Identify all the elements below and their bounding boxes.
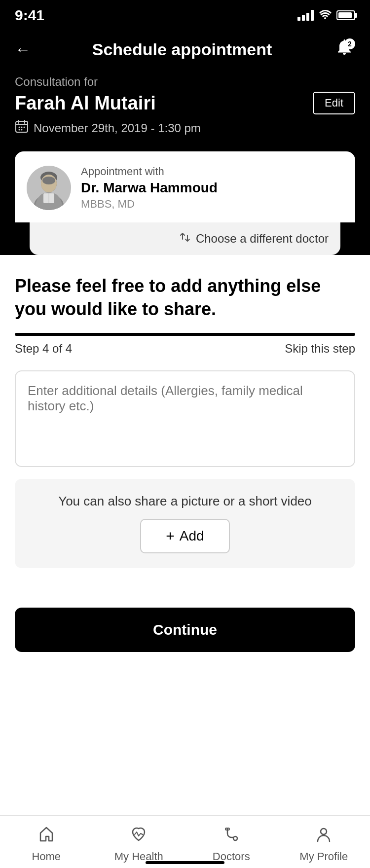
choose-different-label: Choose a different doctor [196, 232, 329, 246]
doctor-info: Appointment with Dr. Marwa Hammoud MBBS,… [81, 165, 343, 211]
appointment-date-text: November 29th, 2019 - 1:30 pm [34, 121, 201, 135]
consultation-date: November 29th, 2019 - 1:30 pm [15, 119, 355, 137]
nav-item-home[interactable]: Home [0, 826, 93, 863]
status-bar: 9:41 [0, 0, 370, 29]
media-upload-text: You can also share a picture or a short … [58, 494, 312, 509]
doctor-credentials: MBBS, MD [81, 198, 343, 211]
nav-item-myprofile[interactable]: My Profile [278, 826, 370, 863]
svg-point-17 [233, 836, 237, 840]
page-title: Schedule appointment [31, 40, 333, 59]
add-media-button[interactable]: + Add [140, 519, 229, 553]
svg-point-7 [19, 129, 20, 131]
step-row: Step 4 of 4 Skip this step [15, 342, 355, 356]
continue-button[interactable]: Continue [15, 608, 355, 652]
stethoscope-icon [222, 826, 240, 846]
svg-point-5 [21, 127, 23, 128]
status-time: 9:41 [15, 7, 44, 24]
heart-pulse-icon [130, 826, 148, 846]
header: ← Schedule appointment 2 [0, 29, 370, 75]
step-label: Step 4 of 4 [15, 342, 72, 356]
nav-label-myprofile: My Profile [299, 850, 348, 863]
doctor-card-wrapper: Appointment with Dr. Marwa Hammoud MBBS,… [0, 151, 370, 255]
details-textarea[interactable] [28, 383, 342, 452]
home-indicator [146, 861, 224, 864]
calendar-icon [15, 119, 29, 137]
back-button[interactable]: ← [15, 40, 31, 59]
progress-bar [15, 333, 355, 336]
notification-button[interactable]: 2 [333, 38, 355, 60]
main-content: Please feel free to add anything else yo… [0, 255, 370, 608]
patient-name: Farah Al Mutairi [15, 93, 156, 114]
doctor-name: Dr. Marwa Hammoud [81, 180, 343, 196]
doctor-card: Appointment with Dr. Marwa Hammoud MBBS,… [15, 151, 355, 222]
nav-item-doctors[interactable]: Doctors [185, 826, 278, 863]
svg-point-6 [24, 127, 25, 128]
signal-icon [297, 10, 314, 21]
media-upload-section: You can also share a picture or a short … [15, 479, 355, 568]
plus-icon: + [166, 528, 175, 544]
svg-point-20 [321, 829, 327, 834]
skip-button[interactable]: Skip this step [285, 342, 355, 356]
person-icon [315, 826, 333, 846]
svg-point-16 [42, 177, 55, 184]
svg-point-8 [21, 129, 23, 131]
choose-different-button[interactable]: Choose a different doctor [30, 222, 340, 255]
progress-bar-container [15, 333, 355, 336]
nav-item-myhealth[interactable]: My Health [93, 826, 185, 863]
status-icons [297, 8, 355, 22]
wifi-icon [319, 8, 332, 22]
prompt-text: Please feel free to add anything else yo… [15, 275, 355, 321]
add-label: Add [180, 528, 204, 544]
edit-button[interactable]: Edit [313, 92, 355, 114]
battery-icon [336, 10, 355, 20]
bottom-nav: Home My Health Doctors [0, 815, 370, 868]
consultation-label: Consultation for [15, 75, 355, 89]
notification-badge: 2 [344, 38, 355, 49]
svg-point-4 [19, 127, 20, 128]
nav-label-home: Home [32, 850, 61, 863]
avatar [27, 166, 71, 210]
appointment-with-label: Appointment with [81, 165, 343, 178]
home-icon [37, 826, 55, 846]
swap-icon [179, 231, 191, 246]
consultation-section: Consultation for Farah Al Mutairi Edit N… [0, 75, 370, 151]
textarea-wrapper[interactable] [15, 370, 355, 467]
